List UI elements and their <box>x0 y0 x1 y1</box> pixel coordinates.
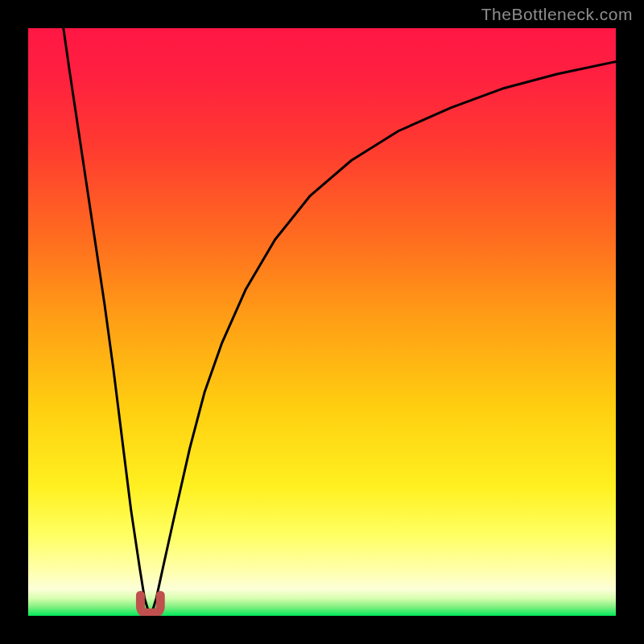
watermark: TheBottleneck.com <box>481 5 633 24</box>
chart-plot-area <box>28 28 616 616</box>
chart-frame: TheBottleneck.com <box>0 0 644 644</box>
chart-svg <box>28 28 616 616</box>
chart-background <box>28 28 616 616</box>
